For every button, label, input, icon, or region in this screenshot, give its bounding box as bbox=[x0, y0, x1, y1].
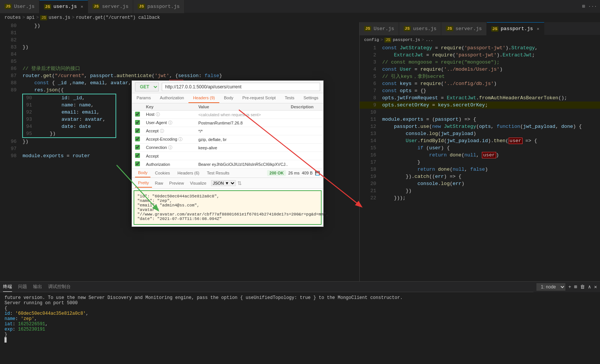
connection-key: Connection ⓘ bbox=[143, 144, 195, 152]
js-icon: JS bbox=[446, 26, 453, 31]
json-response: "id": "60dec50ec044ac35e812a0c8", "name"… bbox=[134, 190, 322, 225]
code-line-80: 80 }) bbox=[0, 22, 359, 29]
tab-passport-js[interactable]: JS passport.js bbox=[133, 0, 184, 13]
postman-header: GET bbox=[132, 81, 323, 93]
terminal-cursor: ▊ bbox=[5, 337, 595, 343]
tab2-users-js[interactable]: JS users.js bbox=[399, 22, 442, 35]
terminal-content: future version. To use the new Server Di… bbox=[0, 292, 600, 352]
more-icon[interactable]: ··· bbox=[588, 4, 597, 9]
tab2-server-js[interactable]: JS server.js bbox=[441, 22, 486, 35]
tab-tests[interactable]: Tests bbox=[280, 93, 299, 103]
tab-label: User.js bbox=[374, 26, 394, 32]
terminal-tab-output[interactable]: 输出 bbox=[33, 282, 42, 291]
breadcrumb-function[interactable]: router.get("/current") callback bbox=[76, 15, 160, 20]
js-icon: JS bbox=[44, 4, 51, 9]
code-line-87: 87 router.get("/current", passport.authe… bbox=[0, 72, 359, 79]
breadcrumb-routes[interactable]: routes bbox=[5, 15, 21, 20]
breadcrumb-usersjs[interactable]: users.js bbox=[49, 15, 70, 20]
response-cookies-tab[interactable]: Cookies bbox=[152, 169, 173, 177]
terminal-split-icon[interactable]: ⊞ bbox=[574, 284, 577, 290]
key-header: Key bbox=[143, 103, 195, 111]
status-badge: 200 OK bbox=[267, 170, 286, 176]
close-icon[interactable]: ✕ bbox=[537, 26, 539, 31]
auth-value: Bearer eyJhbGciOiJIUzI1NiIsInR5cCI6IkpXV… bbox=[195, 160, 288, 168]
terminal-add-icon[interactable]: + bbox=[568, 284, 571, 290]
accept2-checkbox[interactable] bbox=[135, 153, 140, 158]
format-visualize[interactable]: Visualize bbox=[187, 179, 210, 187]
user-agent-checkbox[interactable] bbox=[135, 120, 140, 125]
method-select[interactable]: GET bbox=[135, 82, 159, 91]
terminal-line-iat: iat: 1625226591, bbox=[5, 322, 595, 327]
second-breadcrumb: config > JS passport.js > ... bbox=[360, 35, 600, 44]
terminal-tab-debug[interactable]: 调试控制台 bbox=[48, 282, 71, 291]
save-icon[interactable]: 💾 bbox=[315, 171, 320, 176]
url-input[interactable] bbox=[162, 83, 320, 91]
tab-settings[interactable]: Settings bbox=[299, 93, 323, 103]
js-icon: JS bbox=[364, 26, 371, 31]
tab2-user-js[interactable]: JS User.js bbox=[360, 22, 399, 35]
breadcrumb-passportjs[interactable]: passport.js bbox=[393, 38, 420, 42]
host-key: Host ⓘ bbox=[143, 111, 195, 119]
tab-label: server.js bbox=[102, 4, 128, 9]
breadcrumb-config[interactable]: config bbox=[364, 38, 379, 42]
terminal-select[interactable]: 1: node bbox=[536, 283, 565, 291]
tab2-passport-js[interactable]: JS passport.js ✕ bbox=[487, 22, 544, 35]
accept2-key: Accept bbox=[143, 152, 195, 160]
terminal-line-close: } bbox=[5, 332, 595, 337]
js-icon: JS bbox=[93, 4, 100, 9]
terminal-tab-terminal[interactable]: 终端 bbox=[3, 282, 12, 292]
tab-actions: ⊞ ··· bbox=[579, 3, 600, 9]
passport-code: 1const JwtStrategy = require('passport-j… bbox=[360, 44, 600, 202]
terminal-chevron-up-icon[interactable]: ∧ bbox=[588, 284, 591, 290]
headers-content: Key Value Description Host ⓘ <calculated… bbox=[132, 103, 323, 168]
response-headers-tab[interactable]: Headers (6) bbox=[175, 169, 202, 177]
tab-user-js[interactable]: JS User.js bbox=[0, 0, 39, 13]
tab-label: users.js bbox=[413, 26, 436, 32]
code-line-86: 86 // 登录后才能访问的接口 bbox=[0, 65, 359, 72]
format-raw[interactable]: Raw bbox=[152, 179, 166, 187]
postman-window: GET Params Authorization Headers (9) Bod… bbox=[132, 80, 324, 227]
tab-pre-request[interactable]: Pre-request Script bbox=[238, 93, 280, 103]
connection-value: keep-alive bbox=[195, 144, 288, 152]
header-row-user-agent: User-Agent ⓘ PostmanRuntime/7.26.8 bbox=[132, 119, 323, 127]
copy-icon[interactable]: ⇅ bbox=[237, 180, 242, 186]
second-panel: JS User.js JS users.js JS server.js JS p… bbox=[359, 22, 600, 281]
js-icon-breadcrumb2: JS bbox=[384, 38, 391, 42]
user-agent-value: PostmanRuntime/7.26.8 bbox=[195, 119, 288, 127]
js-icon-breadcrumb: JS bbox=[40, 15, 47, 20]
code-line-95: 95 }) bbox=[23, 130, 115, 137]
format-pretty[interactable]: Pretty bbox=[135, 179, 152, 188]
breadcrumb-api[interactable]: api bbox=[26, 15, 35, 20]
split-editor-icon[interactable]: ⊞ bbox=[582, 3, 585, 9]
connection-checkbox[interactable] bbox=[135, 145, 140, 150]
format-preview[interactable]: Preview bbox=[166, 179, 187, 187]
response-tabs: Body Cookies Headers (6) Test Results 20… bbox=[132, 168, 323, 178]
code-line-84: 84 bbox=[0, 51, 359, 58]
auth-key: Authorization bbox=[143, 160, 195, 168]
second-tab-bar: JS User.js JS users.js JS server.js JS p… bbox=[360, 22, 600, 35]
tab-body[interactable]: Body bbox=[219, 93, 238, 103]
terminal-trash-icon[interactable]: 🗑 bbox=[580, 284, 585, 290]
tab-users-js[interactable]: JS users.js ✕ bbox=[39, 0, 88, 13]
terminal-close-icon[interactable]: ✕ bbox=[594, 284, 597, 290]
header-row-connection: Connection ⓘ keep-alive bbox=[132, 144, 323, 152]
accept-checkbox[interactable] bbox=[135, 128, 140, 133]
terminal-tab-problems[interactable]: 问题 bbox=[18, 282, 27, 291]
response-test-results-tab[interactable]: Test Results bbox=[204, 169, 232, 177]
close-icon[interactable]: ✕ bbox=[81, 4, 83, 9]
code-line-93: 93 avatar: avatar, bbox=[23, 116, 115, 123]
host-checkbox[interactable] bbox=[135, 112, 140, 117]
response-body-tab[interactable]: Body bbox=[135, 168, 150, 177]
tab-authorization[interactable]: Authorization bbox=[155, 93, 188, 103]
user-agent-key: User-Agent ⓘ bbox=[143, 119, 195, 127]
auth-checkbox[interactable] bbox=[135, 161, 140, 166]
tab-server-js[interactable]: JS server.js bbox=[88, 0, 133, 13]
tab-label: User.js bbox=[14, 4, 35, 9]
tab-params[interactable]: Params bbox=[132, 93, 155, 103]
format-tabs: Pretty Raw Preview Visualize JSON ▼ ⇅ bbox=[132, 178, 323, 189]
tab-headers[interactable]: Headers (9) bbox=[188, 93, 219, 103]
accept-value: */* bbox=[195, 127, 288, 135]
format-select[interactable]: JSON ▼ bbox=[211, 180, 236, 186]
json-line-4: "avatar": "//www.gravatar.com/avatar/cbf… bbox=[137, 208, 318, 217]
accept-encoding-checkbox[interactable] bbox=[135, 136, 140, 141]
